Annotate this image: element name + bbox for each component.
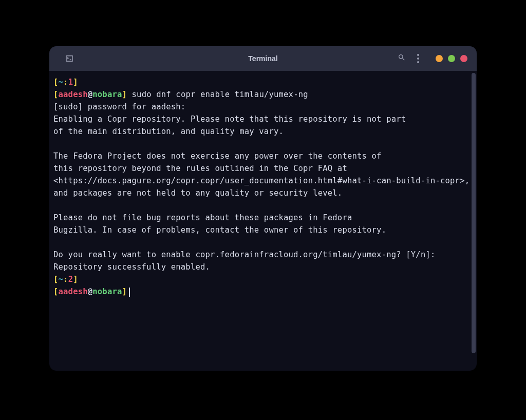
output-line: Repository successfully enabled. bbox=[53, 261, 473, 273]
kebab-menu-icon[interactable] bbox=[417, 54, 419, 63]
output-line: this repository beyond the rules outline… bbox=[53, 162, 473, 175]
prompt-userhost-line: [aadesh@nobara] sudo dnf copr enable tim… bbox=[53, 88, 473, 101]
output-line: Bugzilla. In case of problems, contact t… bbox=[53, 224, 473, 236]
terminal-app-icon bbox=[65, 54, 74, 63]
at-sign: @ bbox=[88, 287, 93, 296]
cursor bbox=[129, 288, 130, 297]
output-line: Enabling a Copr repository. Please note … bbox=[53, 113, 473, 125]
titlebar: Terminal bbox=[49, 46, 477, 71]
colon: : bbox=[63, 275, 68, 284]
cwd-tilde: ~ bbox=[59, 275, 64, 284]
search-icon[interactable] bbox=[398, 53, 406, 64]
bracket-open: [ bbox=[53, 275, 59, 284]
output-line: [sudo] password for aadesh: bbox=[53, 101, 473, 113]
titlebar-controls bbox=[398, 53, 467, 64]
output-line: <https://docs.pagure.org/copr.copr/user_… bbox=[53, 175, 473, 187]
window-title: Terminal bbox=[248, 54, 277, 63]
bracket-open: [ bbox=[53, 90, 59, 99]
output-line: Do you really want to enable copr.fedora… bbox=[53, 249, 473, 261]
prompt-userhost-line: [aadesh@nobara] bbox=[53, 285, 473, 298]
minimize-button[interactable] bbox=[436, 55, 443, 62]
bracket-open: [ bbox=[53, 287, 59, 296]
colon: : bbox=[63, 78, 68, 87]
blank-line bbox=[53, 236, 473, 249]
blank-line bbox=[53, 138, 473, 150]
cwd-tilde: ~ bbox=[59, 78, 64, 87]
prompt-cwd-line: [~:2] bbox=[53, 273, 473, 285]
bracket-close: ] bbox=[122, 90, 127, 99]
bracket-close: ] bbox=[122, 287, 127, 296]
output-line: and packages are not held to any quality… bbox=[53, 187, 473, 199]
maximize-button[interactable] bbox=[448, 55, 455, 62]
prompt-cwd-line: [~:1] bbox=[53, 76, 473, 88]
window-controls bbox=[436, 55, 467, 62]
hostname: nobara bbox=[92, 287, 122, 296]
output-line: The Fedora Project does not exercise any… bbox=[53, 150, 473, 162]
terminal-body[interactable]: [~:1] [aadesh@nobara] sudo dnf copr enab… bbox=[49, 71, 477, 371]
bracket-close: ] bbox=[73, 78, 78, 87]
scrollbar[interactable] bbox=[472, 73, 476, 353]
close-button[interactable] bbox=[460, 55, 467, 62]
cmd-number: 1 bbox=[68, 78, 73, 87]
output-line: of the main distribution, and quality ma… bbox=[53, 125, 473, 138]
output-line: Please do not file bug reports about the… bbox=[53, 212, 473, 224]
username: aadesh bbox=[59, 90, 88, 99]
cmd-number: 2 bbox=[68, 275, 73, 284]
hostname: nobara bbox=[92, 90, 122, 99]
blank-line bbox=[53, 199, 473, 212]
terminal-window: Terminal [~:1] [aadesh@nobara] sudo dnf … bbox=[49, 46, 477, 371]
bracket-open: [ bbox=[53, 78, 59, 87]
username: aadesh bbox=[59, 287, 88, 296]
bracket-close: ] bbox=[73, 275, 78, 284]
at-sign: @ bbox=[88, 90, 93, 99]
command-text: sudo dnf copr enable timlau/yumex-ng bbox=[127, 90, 308, 99]
